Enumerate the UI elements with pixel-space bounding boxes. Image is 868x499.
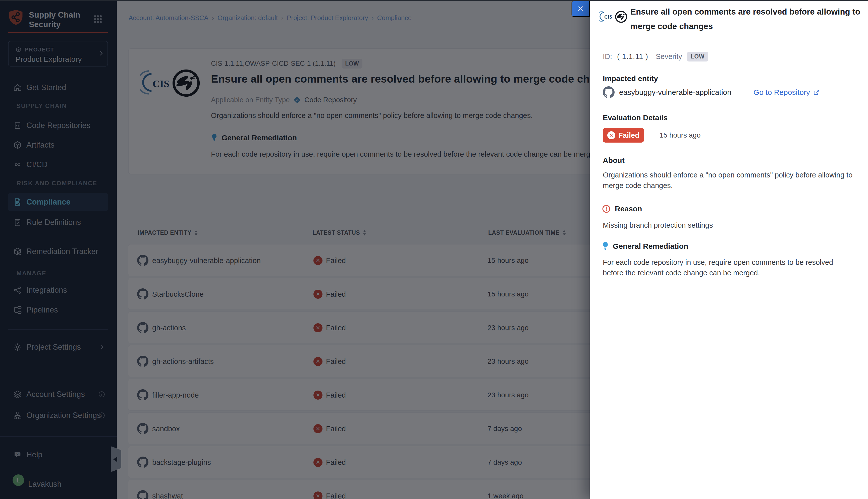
evaluation-details-heading: Evaluation Details bbox=[603, 113, 667, 122]
github-icon bbox=[603, 86, 615, 98]
id-label: ID: bbox=[603, 52, 612, 61]
status-label: Failed bbox=[618, 131, 639, 139]
about-heading: About bbox=[603, 156, 625, 165]
external-link-icon bbox=[813, 89, 820, 96]
cis-logo-icon bbox=[599, 11, 612, 23]
failed-status-badge: ✕ Failed bbox=[603, 128, 644, 143]
app-window: Supply Chain Security PROJECT Product Ex… bbox=[0, 0, 868, 499]
alert-circle-icon bbox=[602, 204, 611, 214]
owasp-logo-icon bbox=[615, 11, 627, 23]
rule-detail-drawer: Ensure all open comments are resolved be… bbox=[590, 0, 868, 499]
remediation-text: For each code repository in use, require… bbox=[603, 257, 854, 278]
severity-badge: LOW bbox=[687, 52, 708, 61]
impacted-entity-heading: Impacted entity bbox=[603, 74, 658, 83]
entity-name: easybuggy-vulnerable-application bbox=[619, 88, 731, 97]
drawer-close-button[interactable]: ✕ bbox=[571, 1, 590, 17]
circle-x-icon: ✕ bbox=[607, 131, 615, 139]
severity-label: Severity bbox=[656, 52, 682, 61]
drawer-header: Ensure all open comments are resolved be… bbox=[590, 0, 868, 42]
impacted-entity-row: easybuggy-vulnerable-application Go to R… bbox=[603, 86, 820, 98]
lightbulb-icon bbox=[602, 242, 609, 251]
go-to-repository-link[interactable]: Go to Repository bbox=[754, 88, 820, 97]
modal-overlay[interactable] bbox=[0, 0, 590, 499]
reason-heading: Reason bbox=[615, 205, 642, 213]
window-top-edge bbox=[0, 0, 868, 1]
id-value: ( 1.1.11 ) bbox=[617, 52, 648, 61]
rule-id-row: ID: ( 1.1.11 ) Severity LOW bbox=[603, 52, 708, 61]
status-time: 15 hours ago bbox=[660, 131, 700, 139]
reason-text: Missing branch protection settings bbox=[603, 220, 854, 230]
remediation-heading-row: General Remediation bbox=[602, 242, 688, 251]
evaluation-status-row: ✕ Failed 15 hours ago bbox=[603, 128, 700, 143]
remediation-heading: General Remediation bbox=[613, 242, 688, 251]
link-label: Go to Repository bbox=[754, 88, 810, 97]
drawer-title: Ensure all open comments are resolved be… bbox=[630, 4, 867, 34]
about-text: Organizations should enforce a "no open … bbox=[603, 170, 854, 191]
reason-heading-row: Reason bbox=[602, 204, 642, 214]
close-icon: ✕ bbox=[577, 4, 584, 14]
